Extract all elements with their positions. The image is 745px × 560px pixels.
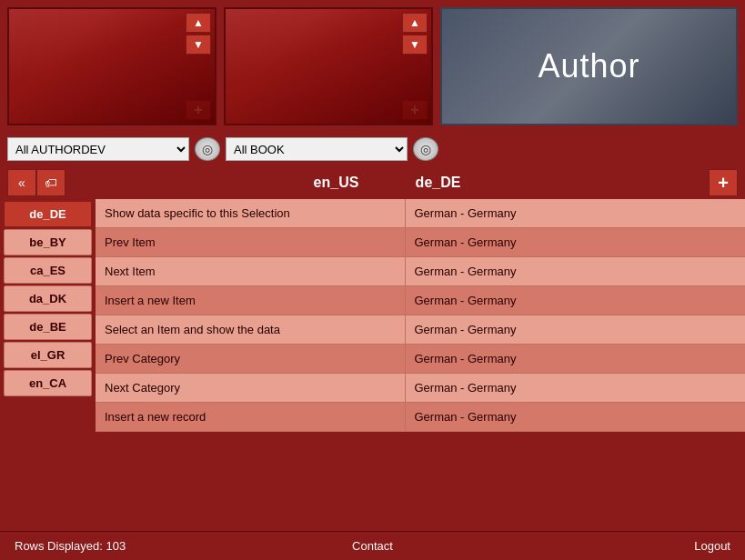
sidebar-item-de_DE[interactable]: de_DE (4, 201, 92, 227)
table-cell-label: Show data specific to this Selection (96, 199, 405, 228)
table-cell-label: Select an Item and show the data (96, 315, 405, 345)
locale-left: en_US (314, 175, 359, 190)
sidebar-item-ca_ES[interactable]: ca_ES (4, 257, 92, 284)
plus-icon: + (718, 173, 729, 194)
author-reset-button[interactable]: ◎ (195, 137, 220, 161)
nav-tag-button[interactable]: 🏷 (36, 169, 65, 196)
table-cell-value: German - Germany (405, 345, 745, 374)
tag-icon: 🏷 (45, 175, 57, 190)
content-area: de_DEbe_BYca_ESda_DKde_BEel_GRen_CA Show… (0, 199, 745, 517)
locale-right: de_DE (416, 175, 461, 190)
table-row[interactable]: Insert a new ItemGerman - Germany (96, 286, 745, 315)
table-row[interactable]: Select an Item and show the dataGerman -… (96, 315, 745, 345)
reset2-icon: ◎ (420, 142, 431, 156)
filter-row: All AUTHORDEV ◎ All BOOK ◎ (0, 132, 745, 166)
sidebar-item-de_BE[interactable]: de_BE (4, 314, 92, 340)
table-cell-label: Insert a new record (96, 403, 405, 432)
sidebar-item-da_DK[interactable]: da_DK (4, 285, 92, 312)
thumb2-controls: ▲ ▼ (402, 13, 428, 55)
sidebar-item-be_BY[interactable]: be_BY (4, 229, 92, 255)
rows-displayed-label: Rows Displayed: 103 (15, 539, 253, 553)
table-row[interactable]: Show data specific to this SelectionGerm… (96, 199, 745, 228)
thumb1-up-button[interactable]: ▲ (186, 13, 211, 33)
thumbnail-1: ▲ ▼ + (7, 7, 216, 125)
nav-plus-button[interactable]: + (709, 169, 738, 196)
thumb2-up-button[interactable]: ▲ (402, 13, 428, 33)
table-row[interactable]: Next CategoryGerman - Germany (96, 374, 745, 403)
table-row[interactable]: Prev ItemGerman - Germany (96, 228, 745, 257)
nav-locales: en_US de_DE (65, 175, 709, 191)
nav-row: « 🏷 en_US de_DE + (0, 166, 745, 199)
header-area: ▲ ▼ + ▲ ▼ + Author (0, 0, 745, 132)
table-cell-value: German - Germany (405, 286, 745, 315)
logout-link[interactable]: Logout (492, 539, 730, 553)
data-table: Show data specific to this SelectionGerm… (96, 199, 745, 432)
table-row[interactable]: Next ItemGerman - Germany (96, 257, 745, 286)
thumb1-controls: ▲ ▼ (186, 13, 211, 55)
author-filter-select[interactable]: All AUTHORDEV (7, 137, 189, 161)
table-cell-label: Insert a new Item (96, 286, 405, 315)
table-cell-label: Next Item (96, 257, 405, 286)
table-cell-value: German - Germany (405, 228, 745, 257)
table-area: Show data specific to this SelectionGerm… (96, 199, 745, 517)
footer: Rows Displayed: 103 Contact Logout (0, 531, 745, 560)
reset1-icon: ◎ (202, 142, 213, 156)
sidebar: de_DEbe_BYca_ESda_DKde_BEel_GRen_CA (0, 199, 96, 517)
book-filter-select[interactable]: All BOOK (226, 137, 408, 161)
table-cell-label: Prev Category (96, 345, 405, 374)
author-label: Author (538, 47, 639, 85)
sidebar-item-en_CA[interactable]: en_CA (4, 370, 92, 396)
thumb2-down-button[interactable]: ▼ (402, 35, 428, 55)
thumb1-down-button[interactable]: ▼ (186, 35, 211, 55)
table-row[interactable]: Insert a new recordGerman - Germany (96, 403, 745, 432)
table-cell-label: Prev Item (96, 228, 405, 257)
table-cell-value: German - Germany (405, 315, 745, 345)
author-box: Author (440, 7, 738, 125)
table-cell-label: Next Category (96, 374, 405, 403)
contact-link[interactable]: Contact (253, 539, 491, 553)
nav-back-button[interactable]: « (7, 169, 36, 196)
back-icon: « (18, 175, 25, 190)
table-cell-value: German - Germany (405, 199, 745, 228)
book-reset-button[interactable]: ◎ (413, 137, 438, 161)
table-cell-value: German - Germany (405, 403, 745, 432)
table-row[interactable]: Prev CategoryGerman - Germany (96, 345, 745, 374)
thumbnail-2: ▲ ▼ + (224, 7, 433, 125)
table-cell-value: German - Germany (405, 374, 745, 403)
table-cell-value: German - Germany (405, 257, 745, 286)
sidebar-item-el_GR[interactable]: el_GR (4, 342, 92, 368)
